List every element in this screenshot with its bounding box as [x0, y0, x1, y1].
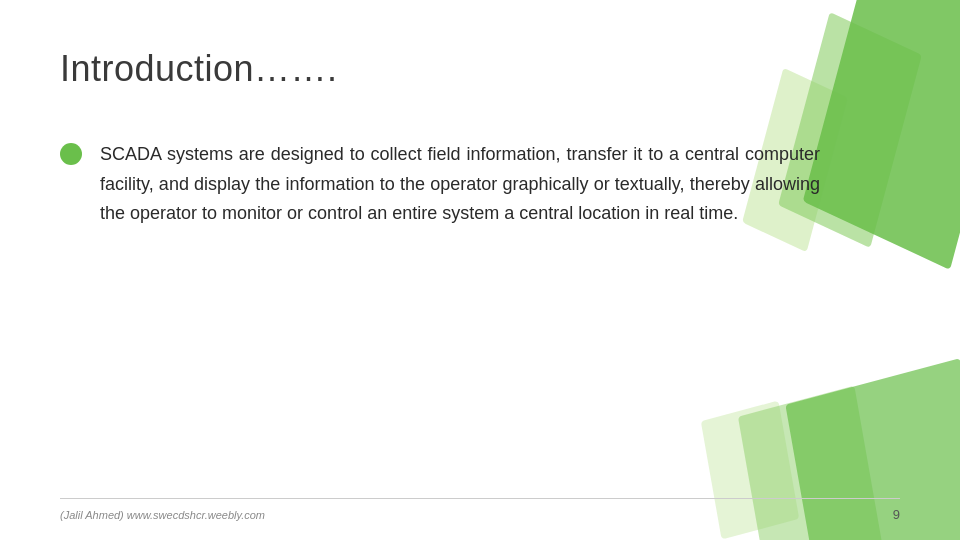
content-text: SCADA systems are designed to collect fi…	[100, 140, 820, 229]
footer: (Jalil Ahmed) www.swecdshcr.weebly.com 9	[60, 498, 900, 522]
footer-attribution: (Jalil Ahmed) www.swecdshcr.weebly.com	[60, 509, 265, 521]
page-number: 9	[893, 507, 900, 522]
deco-shape-dark	[803, 0, 960, 270]
bullet-icon	[60, 143, 82, 165]
content-area: SCADA systems are designed to collect fi…	[60, 140, 880, 229]
slide: Introduction……. SCADA systems are design…	[0, 0, 960, 540]
slide-title: Introduction…….	[60, 48, 338, 90]
